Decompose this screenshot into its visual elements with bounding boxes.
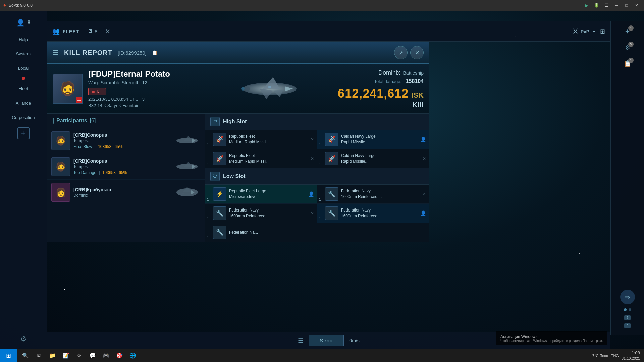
eq-qty: 1 <box>207 162 209 166</box>
equipment-item[interactable]: 1 🔧 Federation Navy1600mm Reinforced ...… <box>317 185 429 204</box>
notes-icon[interactable]: 📝 <box>60 350 72 362</box>
sidebar-item-help[interactable]: Help <box>0 32 47 47</box>
equipment-item[interactable]: 1 🚀 Caldari Navy LargeRapid Missile... ✕ <box>317 149 429 168</box>
filter-button[interactable]: ⊞ <box>600 28 605 35</box>
taskview-icon[interactable]: ⧉ <box>33 350 45 362</box>
participant-avatar: 🧔 <box>51 157 70 176</box>
participant-name: [CRB]Conopus <box>73 132 170 138</box>
sidebar-item-fleet[interactable]: Fleet <box>0 81 47 96</box>
alert-dot <box>22 77 25 80</box>
ship-image <box>236 74 303 104</box>
participants-list: Participants [6] 🧔 [CRB]Conopus Tempest … <box>47 114 205 242</box>
modal-close-button[interactable]: ✕ <box>410 46 424 59</box>
eq-close-icon[interactable]: ✕ <box>311 211 314 216</box>
add-channel-button[interactable]: + <box>17 127 30 139</box>
eq-name: Federation Navy1600mm Reinforced ... <box>341 207 382 219</box>
victim-section: 🧔 — [FDUP]Eternal Potato Warp Scramble S… <box>47 64 429 114</box>
participant-ship: Tempest <box>73 138 170 143</box>
damage-value: 158104 <box>406 78 424 84</box>
victim-red-badge: — <box>76 97 82 103</box>
monitor-icon: 🖥 <box>87 28 93 35</box>
copy-icon[interactable]: 📋 <box>152 50 158 55</box>
sidebar-item-local[interactable]: Local <box>0 61 47 75</box>
settings-icon[interactable]: ⚙ <box>20 335 27 343</box>
minimize-btn[interactable]: ─ <box>612 1 621 9</box>
game-area: 👤 8 Help System Local Fleet Alliance Cor… <box>0 11 644 349</box>
right-panel-btn-2[interactable]: ⚙ 3 <box>620 40 635 55</box>
participant-row[interactable]: 🧔 [CRB]Conopus Tempest Top Damage | 1036… <box>47 154 205 180</box>
right-arrow-button[interactable]: ⇒ <box>620 290 635 304</box>
menu-icon[interactable]: ☰ <box>602 1 611 9</box>
game-icon-2[interactable]: 🎯 <box>113 350 125 362</box>
equipment-item[interactable]: 1 🚀 Republic FleetMedium Rapid Missil...… <box>205 130 317 149</box>
wa-text: Чтобы активировать Windows, перейдите в … <box>500 339 603 343</box>
participant-row[interactable]: 👩 [CRB]Крабунька Dominix <box>47 180 205 205</box>
sidebar-item-system[interactable]: System <box>0 47 47 61</box>
pvp-button[interactable]: ⚔ PvP ▼ <box>573 28 596 35</box>
right-panel-btn-3[interactable]: 📋 1 <box>620 56 635 71</box>
bottom-menu-icon[interactable]: ☰ <box>298 337 303 344</box>
sidebar-item-corporation[interactable]: Corporation <box>0 110 47 125</box>
right-panel-btn-1[interactable]: ✦ 1 <box>620 24 635 39</box>
participants-section: Participants [6] 🧔 [CRB]Conopus Tempest … <box>47 114 429 242</box>
game-icon-3[interactable]: 🌐 <box>127 350 139 362</box>
left-sidebar: 👤 8 Help System Local Fleet Alliance Cor… <box>0 11 47 349</box>
fleet-count: 8 <box>95 29 97 34</box>
start-button[interactable]: ⊞ <box>0 349 17 362</box>
participants-count: [6] <box>90 118 96 124</box>
sidebar-item-alliance[interactable]: Alliance <box>0 96 47 110</box>
stat-type: Final Blow <box>73 144 92 149</box>
equipment-item[interactable]: 1 🔧 Federation Na... <box>205 223 317 242</box>
maximize-btn[interactable]: □ <box>622 1 631 9</box>
play-btn[interactable]: ▶ <box>582 1 591 9</box>
eq-close-icon[interactable]: ✕ <box>423 156 426 161</box>
pvp-label: PvP <box>581 29 589 34</box>
equipment-item[interactable]: 1 ⚡ Republic Fleet LargeMicrowarpdrive 👤 <box>205 185 317 204</box>
equipment-item[interactable]: 1 🔧 Federation Navy1600mm Reinforced ...… <box>205 204 317 223</box>
eq-icon: 🔧 <box>325 206 338 220</box>
date-display: 31.10.2021 <box>622 356 640 361</box>
game-icon-1[interactable]: 🎮 <box>100 350 112 362</box>
main-content: ☰ KILL REPORT [ID:6299250] 📋 ↗ ✕ 🧔 — [FD… <box>47 42 610 335</box>
modal-menu-icon[interactable]: ☰ <box>53 49 59 57</box>
equipment-item[interactable]: 1 🔧 Federation Navy1600mm Reinforced ...… <box>317 204 429 223</box>
participant-info: [CRB]Conopus Tempest Top Damage | 103653… <box>73 158 170 175</box>
app-title: Бомж 9.0.0.0 <box>9 3 33 8</box>
fleet-nav-button[interactable]: 👥 FLEET <box>52 28 79 35</box>
right-badge-2: 3 <box>628 42 634 47</box>
equipment-item[interactable]: 1 🚀 Republic FleetMedium Rapid Missil...… <box>205 149 317 168</box>
title-bar: ✦ Бомж 9.0.0.0 ▶ 🔋 ☰ ─ □ ✕ <box>0 0 644 11</box>
eq-close-icon[interactable]: ✕ <box>423 192 426 196</box>
send-button[interactable]: Send <box>309 335 344 346</box>
battery-icon: 🔋 <box>592 1 601 9</box>
eq-icon: ⚡ <box>213 187 226 201</box>
settings-taskbar-icon[interactable]: ⚙ <box>73 350 85 362</box>
sidebar-item-user[interactable]: 👤 8 <box>0 13 47 32</box>
participant-info: [CRB]Conopus Tempest Final Blow | 103653… <box>73 132 170 149</box>
participant-ship-img <box>174 184 201 201</box>
equipment-item[interactable]: 1 🚀 Caldari Navy LargeRapid Missile... 👤 <box>317 130 429 149</box>
low-slot-title: Low Slot <box>223 173 246 179</box>
eq-icon: 🔧 <box>213 206 226 220</box>
export-button[interactable]: ↗ <box>394 46 408 59</box>
eq-qty: 1 <box>207 143 209 147</box>
kill-badge-label: Kill <box>97 89 102 94</box>
eq-name: Federation Navy1600mm Reinforced ... <box>341 188 382 200</box>
search-taskbar-icon[interactable]: 🔍 <box>19 350 32 362</box>
close-btn[interactable]: ✕ <box>632 1 641 9</box>
victim-avatar: 🧔 — <box>53 74 83 104</box>
explorer-icon[interactable]: 📁 <box>46 350 58 362</box>
eq-icon: 🚀 <box>325 133 338 146</box>
nav-close-button[interactable]: ✕ <box>105 28 110 35</box>
svg-point-8 <box>268 86 271 88</box>
modal-header: ☰ KILL REPORT [ID:6299250] 📋 ↗ ✕ <box>47 42 429 64</box>
participant-avatar: 👩 <box>51 183 70 202</box>
eq-close-icon[interactable]: ✕ <box>311 137 314 142</box>
stat-pct: 65% <box>115 144 123 149</box>
participant-row[interactable]: 🧔 [CRB]Conopus Tempest Final Blow | 1036… <box>47 128 205 154</box>
damage-label: Total damage: <box>374 79 401 84</box>
eq-close-icon[interactable]: ✕ <box>311 156 314 161</box>
victim-date: 2021/10/31 01:03:54 UTC +3 <box>88 97 170 102</box>
discord-icon[interactable]: 💬 <box>87 350 99 362</box>
kill-result-label: Kill <box>338 101 424 109</box>
